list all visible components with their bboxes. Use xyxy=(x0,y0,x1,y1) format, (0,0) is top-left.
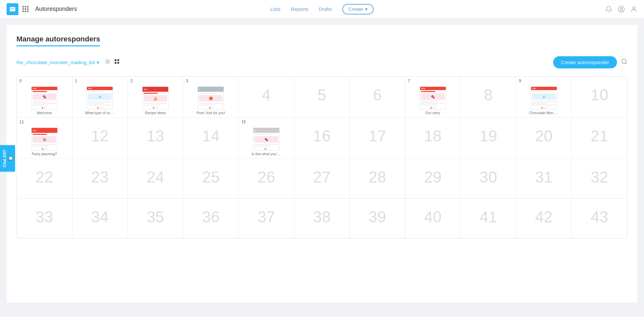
grid-row: 22 23 24 25 26 27 28 29 30 31 32 xyxy=(17,159,627,199)
grid-cell-34[interactable]: 34 xyxy=(72,199,128,238)
search-button[interactable] xyxy=(621,58,628,66)
grid-row: 0 🍫 Welcome xyxy=(17,77,627,118)
account-circle-button[interactable] xyxy=(618,6,625,13)
cell-number-large: 39 xyxy=(368,208,386,226)
grid-cell-4[interactable]: 4 xyxy=(239,77,294,117)
cell-number-large: 4 xyxy=(262,86,271,104)
cell-number: 11 xyxy=(19,120,24,124)
chat-label: Chat 24/7 xyxy=(2,150,7,167)
toolbar-right: Create autoresponder xyxy=(553,56,628,68)
email-thumbnail: 🎁 xyxy=(198,86,224,110)
nav-lists[interactable]: Lists xyxy=(270,6,281,12)
grid-cell-42[interactable]: 42 xyxy=(516,199,572,238)
grid-cell-39[interactable]: 39 xyxy=(350,199,405,238)
cell-number-large: 13 xyxy=(147,127,164,145)
grid-cell-3[interactable]: 3 🎁 Psst! Just for you! xyxy=(183,77,239,117)
cell-number-large: 14 xyxy=(202,127,220,145)
cell-number-large: 5 xyxy=(317,86,326,104)
grid-cell-36[interactable]: 36 xyxy=(183,199,239,238)
cell-number-large: 21 xyxy=(591,127,608,145)
grid-cell-22[interactable]: 22 xyxy=(17,159,72,198)
nav-reports[interactable]: Reports xyxy=(291,6,309,12)
grid-cell-0[interactable]: 0 🍫 Welcome xyxy=(17,77,72,117)
grid-cell-32[interactable]: 32 xyxy=(572,159,627,198)
grid-cell-20[interactable]: 20 xyxy=(516,118,572,158)
grid-cell-30[interactable]: 30 xyxy=(461,159,516,198)
grid-cell-18[interactable]: 18 xyxy=(405,118,461,158)
grid-cell-41[interactable]: 41 xyxy=(461,199,516,238)
grid-cell-6[interactable]: 6 xyxy=(350,77,405,117)
cell-number-large: 34 xyxy=(91,208,109,226)
svg-rect-7 xyxy=(118,59,119,61)
cell-number-large: 28 xyxy=(368,168,386,186)
grid-cell-14[interactable]: 14 xyxy=(183,118,239,158)
grid-cell-43[interactable]: 43 xyxy=(572,199,627,238)
chat-widget[interactable]: 💬 Chat 24/7 xyxy=(0,145,15,172)
cell-number-large: 8 xyxy=(484,86,493,104)
svg-rect-9 xyxy=(118,62,119,64)
toolbar-left: the_chocolate_monster_mailing_list ▾ xyxy=(16,59,120,66)
header-right xyxy=(605,6,637,13)
list-view-button[interactable] xyxy=(105,59,111,66)
mailing-list-selector[interactable]: the_chocolate_monster_mailing_list ▾ xyxy=(16,60,99,65)
grid-cell-40[interactable]: 40 xyxy=(405,199,461,238)
grid-cell-31[interactable]: 31 xyxy=(516,159,572,198)
cell-label: Is this what you're l... xyxy=(252,152,281,156)
cell-number-large: 26 xyxy=(257,168,275,186)
grid-cell-11[interactable]: 11 🎉 Party planning? xyxy=(17,118,72,158)
grid-view-button[interactable] xyxy=(114,59,120,66)
grid-cell-29[interactable]: 29 xyxy=(405,159,461,198)
grid-cell-10[interactable]: 10 xyxy=(572,77,627,117)
grid-cell-19[interactable]: 19 xyxy=(461,118,516,158)
grid-cell-26[interactable]: 26 xyxy=(239,159,294,198)
grid-cell-17[interactable]: 17 xyxy=(350,118,405,158)
grid-row: 33 34 35 36 37 38 39 40 41 42 43 xyxy=(17,199,627,238)
grid-cell-12[interactable]: 12 xyxy=(72,118,128,158)
grid-cell-37[interactable]: 37 xyxy=(239,199,294,238)
cell-number-large: 6 xyxy=(373,86,382,104)
cell-label: Recipe ideas xyxy=(145,111,166,115)
grid-cell-9[interactable]: 9 📧 Chocolate Monster ... xyxy=(516,77,572,117)
notifications-button[interactable] xyxy=(605,6,612,13)
person-button[interactable] xyxy=(630,6,637,13)
grid-cell-13[interactable]: 13 xyxy=(128,118,183,158)
cell-number-large: 18 xyxy=(424,127,442,145)
email-thumbnail: 📧 xyxy=(531,86,557,110)
cell-label: What type of conte... xyxy=(85,111,115,115)
cell-number-large: 32 xyxy=(591,168,608,186)
grid-cell-33[interactable]: 33 xyxy=(17,199,72,238)
grid-cell-38[interactable]: 38 xyxy=(294,199,350,238)
email-thumbnail: 🍫 xyxy=(253,128,280,151)
logo-icon xyxy=(7,3,18,15)
cell-number: 0 xyxy=(19,79,22,83)
svg-rect-6 xyxy=(115,59,117,61)
grid-cell-21[interactable]: 21 xyxy=(572,118,627,158)
create-button[interactable]: Create ▾ xyxy=(342,4,374,14)
grid-cell-8[interactable]: 8 xyxy=(461,77,516,117)
grid-cell-15[interactable]: 15 🍫 Is this what you're l... xyxy=(239,118,294,158)
cell-number-large: 17 xyxy=(368,127,386,145)
create-autoresponder-button[interactable]: Create autoresponder xyxy=(553,56,617,68)
apps-icon[interactable] xyxy=(22,6,29,12)
nav-drafts[interactable]: Drafts xyxy=(319,6,332,12)
grid-cell-23[interactable]: 23 xyxy=(72,159,128,198)
grid-cell-27[interactable]: 27 xyxy=(294,159,350,198)
cell-number: 1 xyxy=(75,79,77,83)
grid-cell-1[interactable]: 1 📧 What type of conte... xyxy=(72,77,128,117)
cell-number-large: 19 xyxy=(479,127,497,145)
header-left: Autoresponders xyxy=(7,3,77,15)
grid-cell-7[interactable]: 7 🍫 Our story xyxy=(405,77,461,117)
cell-number-large: 20 xyxy=(535,127,552,145)
grid-cell-16[interactable]: 16 xyxy=(294,118,350,158)
grid-cell-35[interactable]: 35 xyxy=(128,199,183,238)
cell-number-large: 42 xyxy=(535,208,552,226)
grid-cell-24[interactable]: 24 xyxy=(128,159,183,198)
view-toggle xyxy=(105,59,120,66)
grid-cell-25[interactable]: 25 xyxy=(183,159,239,198)
grid-cell-2[interactable]: 2 🍰 Recipe ideas xyxy=(128,77,183,117)
grid-cell-5[interactable]: 5 xyxy=(294,77,350,117)
grid-row: 11 🎉 Party planning? 12 13 xyxy=(17,118,627,159)
cell-number-large: 23 xyxy=(91,168,109,186)
cell-number-large: 10 xyxy=(591,86,608,104)
grid-cell-28[interactable]: 28 xyxy=(350,159,405,198)
